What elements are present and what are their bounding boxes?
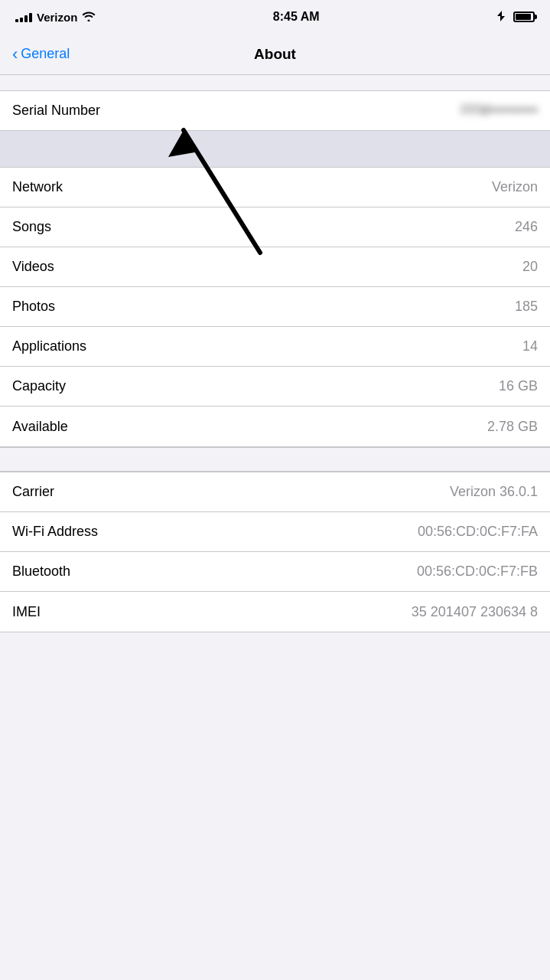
table-row: IMEI 35 201407 230634 8	[0, 592, 550, 632]
status-bar: Verizon 8:45 AM	[0, 0, 550, 34]
highlighted-row	[0, 131, 550, 168]
photos-label: Photos	[12, 299, 55, 315]
videos-value: 20	[522, 259, 538, 275]
table-row: Videos 20	[0, 247, 550, 287]
capacity-label: Capacity	[12, 378, 66, 394]
page-wrapper: Verizon 8:45 AM	[0, 0, 550, 632]
table-row: Songs 246	[0, 207, 550, 247]
network-value: Verizon	[492, 179, 538, 195]
nav-bar: ‹ General About	[0, 34, 550, 75]
page-title: About	[254, 46, 296, 63]
table-row: Wi-Fi Address 00:56:CD:0C:F7:FA	[0, 512, 550, 552]
carrier-name: Verizon	[37, 11, 77, 24]
status-time: 8:45 AM	[273, 10, 320, 24]
back-label: General	[21, 46, 70, 62]
table-row: Photos 185	[0, 287, 550, 327]
battery-icon	[513, 11, 535, 22]
table-row: Network Verizon	[0, 168, 550, 207]
chevron-left-icon: ‹	[12, 46, 18, 63]
photos-value: 185	[515, 299, 538, 315]
wifi-address-value: 00:56:CD:0C:F7:FA	[418, 524, 538, 540]
applications-value: 14	[522, 338, 538, 354]
second-table-section: Carrier Verizon 36.0.1 Wi-Fi Address 00:…	[0, 472, 550, 632]
wifi-address-label: Wi-Fi Address	[12, 524, 98, 540]
main-table-section: Serial Number FFM•••••••••• Network Veri…	[0, 90, 550, 447]
capacity-value: 16 GB	[499, 378, 538, 394]
status-right	[496, 11, 535, 24]
bluetooth-value: 00:56:CD:0C:F7:FB	[417, 564, 538, 580]
songs-value: 246	[515, 219, 538, 235]
carrier-label: Carrier	[12, 484, 54, 500]
table-row: Applications 14	[0, 327, 550, 367]
table-row: Carrier Verizon 36.0.1	[0, 472, 550, 512]
table-row: Capacity 16 GB	[0, 367, 550, 407]
songs-label: Songs	[12, 219, 51, 235]
section-divider	[0, 447, 550, 472]
bluetooth-label: Bluetooth	[12, 564, 70, 580]
signal-icon	[15, 11, 32, 22]
serial-number-label: Serial Number	[12, 103, 100, 119]
applications-label: Applications	[12, 338, 86, 354]
table-row: Available 2.78 GB	[0, 407, 550, 446]
available-label: Available	[12, 419, 68, 435]
table-row: Serial Number FFM••••••••••	[0, 91, 550, 131]
serial-number-value: FFM••••••••••	[461, 103, 538, 119]
imei-value: 35 201407 230634 8	[412, 604, 538, 620]
carrier-value: Verizon 36.0.1	[450, 484, 538, 500]
videos-label: Videos	[12, 259, 54, 275]
status-left: Verizon	[15, 11, 96, 24]
network-label: Network	[12, 179, 63, 195]
back-button[interactable]: ‹ General	[12, 46, 70, 63]
top-gap	[0, 75, 550, 90]
imei-label: IMEI	[12, 604, 41, 620]
table-row: Bluetooth 00:56:CD:0C:F7:FB	[0, 552, 550, 592]
location-icon	[496, 11, 507, 24]
available-value: 2.78 GB	[487, 419, 538, 435]
wifi-icon	[82, 11, 96, 24]
